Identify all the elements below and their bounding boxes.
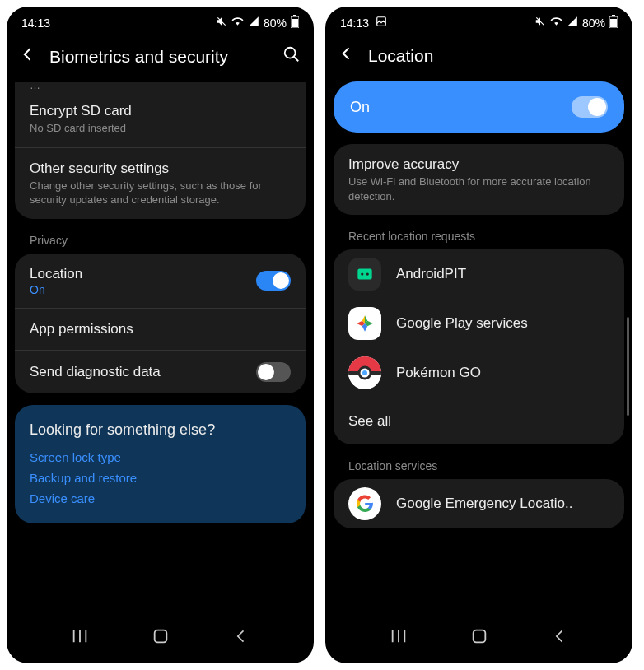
see-all-row[interactable]: See all [334, 398, 624, 444]
wifi-icon [550, 16, 562, 30]
battery-icon [609, 15, 618, 30]
app-bar: Location [325, 34, 632, 81]
nav-back-icon[interactable] [552, 628, 568, 648]
app-row-pokemon[interactable]: Pokémon GO [334, 348, 624, 398]
signal-icon [567, 16, 578, 30]
notification-icon [376, 16, 387, 30]
location-status: On [30, 283, 256, 296]
nav-recents-icon[interactable] [71, 628, 89, 648]
other-title: Other security settings [30, 160, 291, 178]
master-toggle[interactable] [572, 96, 608, 118]
location-row[interactable]: Location On [15, 254, 306, 309]
svg-point-16 [361, 273, 363, 276]
services-card: Google Emergency Locatio.. [334, 479, 624, 528]
svg-point-17 [366, 273, 369, 276]
app-label: Pokémon GO [396, 365, 481, 381]
recent-label: Recent location requests [334, 226, 624, 249]
svg-rect-14 [610, 19, 617, 27]
search-icon[interactable] [282, 45, 301, 67]
diagnostic-toggle[interactable] [256, 362, 291, 382]
battery-percent: 80% [264, 16, 287, 30]
content-area: … Encrypt SD card No SD card inserted Ot… [7, 82, 314, 614]
svg-rect-9 [155, 630, 167, 643]
link-device-care[interactable]: Device care [30, 491, 291, 505]
back-icon[interactable] [20, 46, 36, 67]
nav-bar [7, 614, 314, 663]
svg-rect-2 [293, 15, 296, 16]
master-toggle-row[interactable]: On [334, 81, 624, 133]
battery-percent: 80% [582, 16, 605, 30]
improve-card: Improve accuracy Use Wi-Fi and Bluetooth… [334, 144, 624, 215]
app-icon-androidpit [348, 258, 381, 291]
wifi-icon [231, 16, 244, 30]
see-all-label: See all [348, 413, 391, 429]
recent-apps-card: AndroidPIT Google Play services Pokémon … [334, 249, 624, 444]
mute-icon [534, 16, 546, 30]
other-security-row[interactable]: Other security settings Change other sec… [15, 148, 306, 219]
app-icon-playservices [348, 307, 381, 340]
diagnostic-row[interactable]: Send diagnostic data [15, 351, 306, 393]
services-label: Location services [334, 456, 624, 479]
back-icon[interactable] [338, 45, 355, 67]
app-bar: Biometrics and security [7, 34, 314, 82]
improve-row[interactable]: Improve accuracy Use Wi-Fi and Bluetooth… [334, 144, 624, 215]
svg-rect-3 [292, 19, 298, 27]
privacy-card: Location On App permissions Send diagnos… [15, 254, 306, 393]
svg-line-5 [294, 57, 299, 62]
looking-title: Looking for something else? [30, 421, 291, 439]
app-row-playservices[interactable]: Google Play services [334, 299, 624, 348]
svg-rect-13 [612, 15, 615, 16]
master-toggle-label: On [350, 99, 370, 116]
nav-home-icon[interactable] [470, 627, 488, 649]
improve-sub: Use Wi-Fi and Bluetooth for more accurat… [348, 174, 609, 203]
app-row-androidpit[interactable]: AndroidPIT [334, 249, 624, 299]
google-icon [348, 487, 381, 520]
nav-home-icon[interactable] [152, 627, 170, 649]
encrypt-sub: No SD card inserted [30, 121, 291, 136]
link-backup-restore[interactable]: Backup and restore [30, 471, 291, 485]
app-label: Google Play services [396, 315, 528, 332]
screen-biometrics: 14:13 80% Biometrics and security [7, 7, 314, 663]
nav-back-icon[interactable] [233, 628, 250, 648]
page-title: Biometrics and security [49, 47, 269, 67]
emergency-location-row[interactable]: Google Emergency Locatio.. [334, 479, 624, 528]
encrypt-title: Encrypt SD card [30, 102, 291, 120]
status-time: 14:13 [340, 16, 369, 30]
status-right: 80% [534, 15, 618, 30]
status-right: 80% [216, 15, 299, 30]
looking-for-card: Looking for something else? Screen lock … [15, 405, 306, 523]
other-sub: Change other security settings, such as … [30, 179, 291, 207]
scrollbar[interactable] [627, 317, 629, 416]
security-card: … Encrypt SD card No SD card inserted Ot… [15, 82, 306, 219]
status-bar: 14:13 80% [7, 7, 314, 34]
location-title: Location [30, 265, 256, 283]
svg-point-25 [362, 370, 367, 375]
diag-title: Send diagnostic data [30, 363, 256, 381]
encrypt-sd-row[interactable]: Encrypt SD card No SD card inserted [15, 91, 306, 148]
location-toggle[interactable] [256, 271, 291, 291]
cut-row: … [15, 82, 306, 91]
svg-rect-29 [474, 630, 486, 643]
signal-icon [248, 16, 259, 30]
nav-bar [325, 614, 632, 663]
battery-icon [291, 15, 299, 30]
app-icon-pokemon [348, 356, 381, 389]
status-time: 14:13 [21, 16, 50, 30]
app-label: AndroidPIT [396, 266, 466, 282]
emergency-label: Google Emergency Locatio.. [396, 496, 573, 512]
app-perms-title: App permissions [30, 320, 291, 338]
privacy-label: Privacy [15, 230, 306, 254]
link-screen-lock[interactable]: Screen lock type [30, 450, 291, 464]
app-permissions-row[interactable]: App permissions [15, 309, 306, 351]
page-title: Location [368, 46, 619, 66]
status-bar: 14:13 80% [325, 7, 632, 34]
screen-location: 14:13 80% Location On [325, 7, 632, 663]
svg-rect-15 [357, 269, 371, 280]
nav-recents-icon[interactable] [390, 628, 408, 648]
content-area: Improve accuracy Use Wi-Fi and Bluetooth… [325, 144, 632, 614]
svg-point-4 [285, 48, 296, 58]
mute-icon [216, 16, 227, 30]
improve-title: Improve accuracy [348, 156, 609, 174]
